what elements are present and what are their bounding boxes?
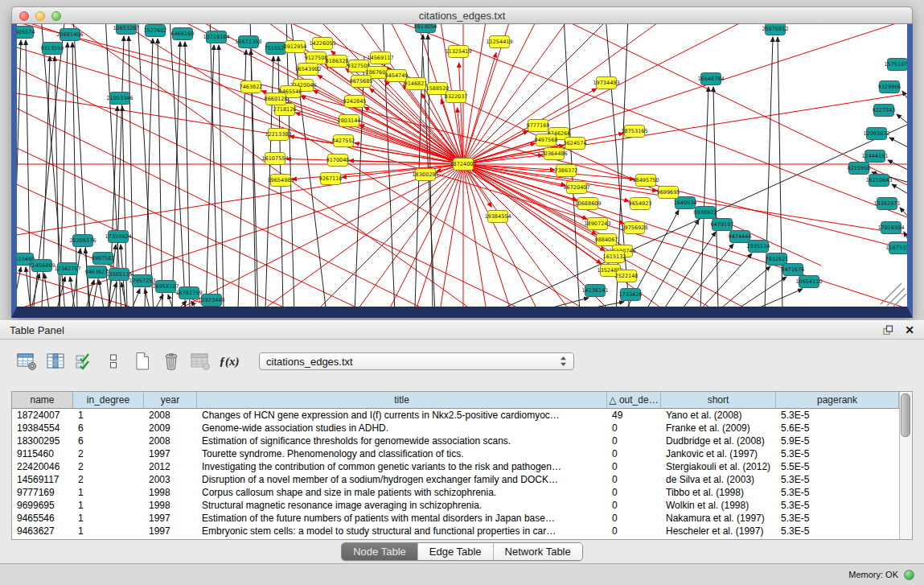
tab-edge-table[interactable]: Edge Table (417, 543, 493, 560)
cell-in_degree: 1 (73, 525, 144, 538)
table-row[interactable]: 1872400712008Changes of HCN gene express… (12, 409, 899, 422)
node-table: namein_degreeyeartitle△ out_de…shortpage… (11, 391, 913, 540)
cell-pagerank: 5.5E-5 (776, 460, 899, 473)
window-controls (19, 11, 61, 21)
network-canvas-frame: 9405574206914069313559106532871527602646… (11, 24, 913, 318)
column-header-out_degree[interactable]: △ out_de… (607, 392, 661, 408)
graph-node-label: 6479197 (711, 221, 734, 228)
column-header-year[interactable]: year (144, 392, 197, 408)
cell-pagerank: 5.3E-5 (776, 512, 899, 525)
delete-table-icon (188, 350, 212, 373)
rows-icon[interactable] (101, 350, 125, 373)
graph-node-label: 14569117 (367, 55, 393, 61)
table-row[interactable]: 911546021997Tourette syndrome. Phenomeno… (12, 447, 899, 460)
graph-node-label: 18753165 (621, 128, 647, 134)
graph-node-label: 17016504 (877, 225, 904, 231)
resize-grip-icon[interactable] (893, 294, 906, 307)
tab-node-table[interactable]: Node Table (342, 543, 417, 560)
select-all-icon[interactable] (72, 350, 97, 373)
graph-node-label: 7832621 (766, 256, 789, 262)
close-window-button[interactable] (19, 11, 29, 21)
table-settings-icon[interactable] (14, 350, 39, 373)
cell-name: 18724007 (12, 409, 73, 422)
graph-node-label: 21053346 (106, 95, 133, 101)
cell-out_degree: 0 (607, 499, 661, 512)
cell-in_degree: 6 (73, 422, 144, 435)
cell-year: 1997 (144, 512, 197, 525)
column-header-name[interactable]: name (12, 392, 73, 408)
minimize-window-button[interactable] (35, 11, 45, 21)
resize-grip-icon[interactable] (887, 288, 905, 306)
graph-node-label: 12213383 (265, 131, 291, 138)
table-row[interactable]: 977716911998Corpus callosum shape and si… (12, 486, 899, 499)
new-table-icon[interactable] (130, 350, 154, 373)
cell-out_degree: 0 (607, 525, 661, 538)
cell-year: 2009 (144, 422, 197, 435)
graph-node-label: 1733426 (619, 291, 643, 298)
column-header-in_degree[interactable]: in_degree (73, 392, 144, 408)
graph-node-label: 9127508 (305, 55, 328, 61)
table-row[interactable]: 946554611997Estimation of the future num… (12, 512, 899, 525)
zoom-window-button[interactable] (51, 11, 61, 21)
table-panel: Table Panel ✕ (0, 320, 924, 563)
cell-year: 2008 (144, 435, 197, 447)
cell-name: 9777169 (12, 486, 73, 499)
cell-short: Dudbridge et al. (2008) (661, 435, 776, 447)
delete-rows-icon[interactable] (159, 350, 183, 373)
graph-node-label: 14226053 (309, 40, 335, 47)
graph-node-label: 2935114 (747, 243, 770, 249)
cell-title: Tourette syndrome. Phenomenology and cla… (197, 447, 607, 460)
graph-node-label: 9463627 (85, 269, 109, 275)
graph-node-label: 1640934 (674, 200, 697, 206)
graph-node-label: 8427552 (332, 138, 355, 144)
table-column-icon[interactable] (43, 350, 68, 373)
table-row[interactable]: 1938455462009Genome-wide association stu… (12, 422, 899, 435)
table-panel-title: Table Panel (10, 324, 64, 336)
graph-node-label: 20206576 (69, 237, 96, 244)
graph-node-label: 9242845 (343, 98, 367, 105)
graph-node-label: 1588520 (426, 85, 450, 92)
window-titlebar[interactable]: citations_edges.txt (11, 6, 913, 24)
cell-short: Yano et al. (2008) (661, 409, 776, 422)
cell-title: Investigating the contribution of common… (197, 460, 607, 473)
graph-node-label: 13392971 (873, 200, 900, 207)
cell-in_degree: 6 (73, 435, 144, 447)
cell-name: 22420046 (12, 460, 73, 473)
column-header-title[interactable]: title (197, 392, 607, 408)
table-row[interactable]: 1456911722003Disruption of a novel membe… (12, 473, 899, 486)
scrollbar-thumb[interactable] (901, 393, 910, 437)
cell-in_degree: 1 (73, 512, 144, 525)
graph-node-label: 9997587 (92, 255, 115, 262)
network-table-selector[interactable]: citations_edges.txt (259, 352, 574, 370)
function-builder-icon[interactable]: ƒ(x) (217, 350, 241, 373)
cell-pagerank: 5.3E-5 (776, 473, 899, 486)
graph-node-label: 9497568 (535, 137, 558, 143)
cell-title: Changes of HCN gene expression and I(f) … (197, 409, 607, 422)
table-scrollbar[interactable] (899, 392, 911, 539)
graph-node-label: 20870812 (762, 26, 788, 32)
table-row[interactable]: 946362711997Embryonic stem cells: a mode… (12, 525, 899, 538)
close-panel-icon[interactable]: ✕ (905, 324, 914, 336)
cell-in_degree: 2 (73, 447, 144, 460)
column-header-short[interactable]: short (661, 392, 776, 408)
table-row[interactable]: 969969511998Structural magnetic resonanc… (12, 499, 899, 512)
cell-title: Estimation of the future numbers of pati… (197, 512, 607, 525)
graph-node-label: 8938923 (694, 209, 717, 216)
float-panel-icon[interactable] (883, 325, 893, 336)
cell-pagerank: 5.3E-5 (776, 409, 899, 422)
status-bar: Memory: OK (0, 563, 924, 585)
cell-year: 2012 (144, 460, 197, 473)
table-row[interactable]: 1830029562008Estimation of significance … (12, 435, 899, 447)
cell-title: Embryonic stem cells: a model to study s… (197, 525, 607, 538)
column-header-pagerank[interactable]: pagerank (776, 392, 899, 408)
graph-node-label: 2522148 (615, 273, 639, 279)
graph-node-label: 18907243 (584, 220, 610, 227)
network-canvas[interactable]: 9405574206914069313559106532871527602646… (17, 24, 907, 307)
table-row[interactable]: 2242004622012Investigating the contribut… (12, 460, 899, 473)
graph-node-label: 11675334 (885, 245, 907, 251)
tab-network-table[interactable]: Network Table (493, 543, 582, 560)
graph-node-label: 8322037 (445, 93, 468, 100)
graph-node-label: 8912954 (284, 43, 307, 50)
cell-out_degree: 0 (607, 460, 661, 473)
cell-in_degree: 2 (73, 460, 144, 473)
